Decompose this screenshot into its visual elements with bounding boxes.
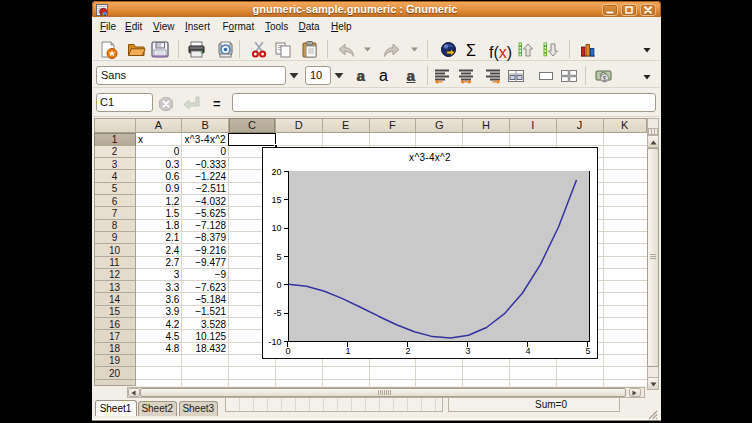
svg-text:$: $ (603, 75, 607, 82)
